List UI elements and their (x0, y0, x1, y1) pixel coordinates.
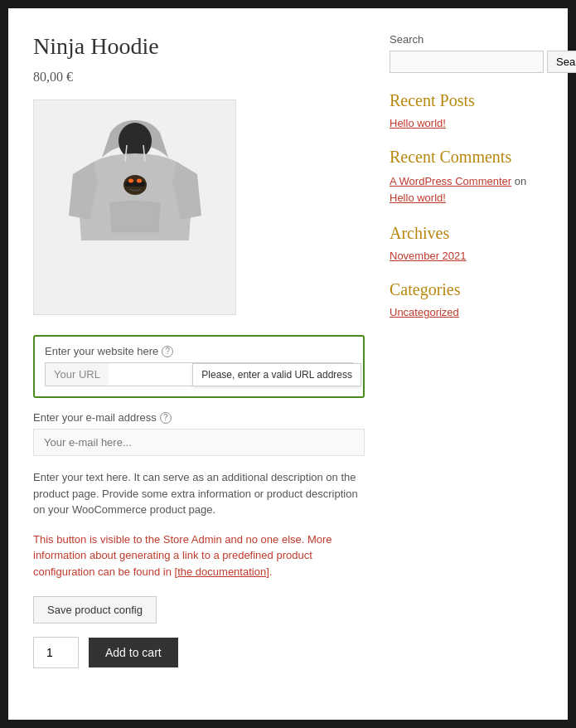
commenter-post-link[interactable]: Hello world! (390, 192, 446, 204)
recent-posts-heading: Recent Posts (390, 91, 543, 110)
url-input-row: Your URL Please, enter a valid URL addre… (45, 362, 353, 386)
email-input[interactable] (33, 429, 365, 456)
recent-comments-heading: Recent Comments (390, 148, 543, 167)
sidebar: Search Search Recent Posts Hello world! … (390, 33, 543, 668)
add-to-cart-button[interactable]: Add to cart (89, 638, 178, 667)
product-image (33, 99, 236, 315)
category-link-0[interactable]: Uncategorized (390, 306, 543, 318)
email-field-label: Enter your e-mail address ? (33, 411, 365, 424)
description-text: Enter your text here. It can serve as an… (33, 469, 365, 518)
search-button[interactable]: Search (547, 51, 576, 73)
content-area: Ninja Hoodie 80,00 € (33, 33, 365, 668)
archives-section: Archives November 2021 (390, 224, 543, 262)
archives-heading: Archives (390, 224, 543, 243)
search-row: Search (390, 51, 543, 73)
url-tooltip: Please, enter a valid URL address (192, 363, 361, 386)
commenter-on: on (515, 175, 526, 187)
recent-comments-section: Recent Comments A WordPress Commenter on… (390, 148, 543, 206)
archive-link-0[interactable]: November 2021 (390, 250, 543, 262)
add-to-cart-row: Add to cart (33, 637, 365, 668)
sidebar-search-section: Search Search (390, 33, 543, 73)
svg-point-6 (137, 179, 142, 183)
product-title: Ninja Hoodie (33, 33, 365, 60)
main-layout: Ninja Hoodie 80,00 € (33, 33, 543, 668)
product-price: 80,00 € (33, 70, 365, 85)
save-button[interactable]: Save product config (33, 596, 157, 624)
website-section: Enter your website here ? Your URL Pleas… (33, 335, 365, 398)
email-section: Enter your e-mail address ? (33, 411, 365, 456)
commenter-link[interactable]: A WordPress Commenter (390, 175, 511, 187)
recent-comment-text: A WordPress Commenter on Hello world! (390, 173, 543, 206)
quantity-input[interactable] (33, 637, 79, 668)
hoodie-illustration (61, 116, 210, 298)
categories-heading: Categories (390, 280, 543, 299)
svg-point-5 (128, 179, 133, 183)
url-label: Your URL (45, 362, 109, 386)
recent-post-link-0[interactable]: Hello world! (390, 117, 543, 129)
page-wrapper: Ninja Hoodie 80,00 € (8, 8, 568, 720)
documentation-link[interactable]: the documentation (177, 565, 266, 578)
categories-section: Categories Uncategorized (390, 280, 543, 318)
search-input[interactable] (390, 51, 544, 73)
email-help-icon[interactable]: ? (160, 412, 172, 424)
search-label: Search (390, 33, 543, 46)
admin-notice: This button is visible to the Store Admi… (33, 531, 365, 580)
svg-rect-4 (125, 182, 145, 187)
website-help-icon[interactable]: ? (162, 346, 173, 357)
recent-posts-section: Recent Posts Hello world! (390, 91, 543, 129)
website-field-label: Enter your website here ? (45, 345, 353, 357)
